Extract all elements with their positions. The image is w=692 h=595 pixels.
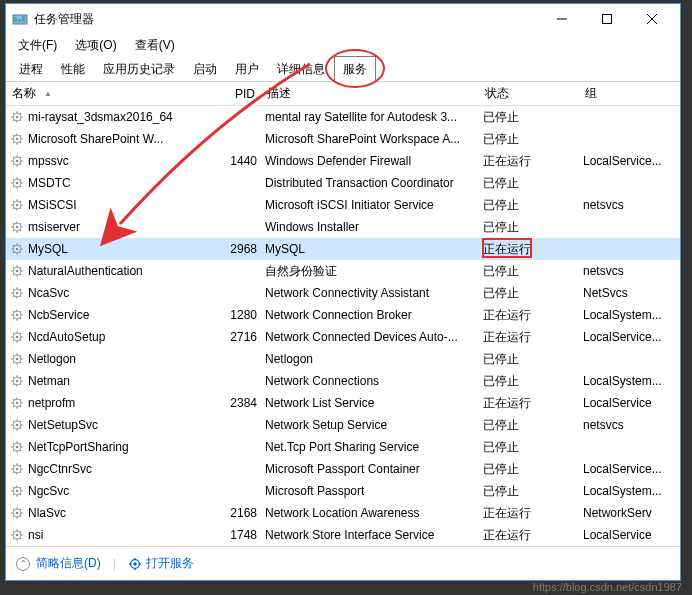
svg-line-204 (13, 531, 14, 532)
svg-line-14 (13, 113, 14, 114)
svg-line-134 (13, 377, 14, 378)
col-header-name[interactable]: 名称▲ (6, 85, 211, 102)
table-row[interactable]: NetlogonNetlogon已停止 (6, 348, 680, 370)
svg-line-16 (20, 113, 21, 114)
table-row[interactable]: mi-raysat_3dsmax2016_64mental ray Satell… (6, 106, 680, 128)
svg-line-167 (13, 450, 14, 451)
table-row[interactable]: msiserverWindows Installer已停止 (6, 216, 680, 238)
svg-line-97 (13, 296, 14, 297)
col-header-desc[interactable]: 描述 (261, 85, 479, 102)
svg-line-154 (13, 421, 14, 422)
svg-line-104 (13, 311, 14, 312)
table-row[interactable]: NetSetupSvcNetwork Setup Service已停止netsv… (6, 414, 680, 436)
svg-line-76 (20, 245, 21, 246)
cell-status: 正在运行 (479, 307, 579, 324)
svg-point-199 (16, 534, 19, 537)
svg-line-65 (20, 230, 21, 231)
svg-line-147 (13, 406, 14, 407)
cell-desc: Microsoft iSCSI Initiator Service (261, 198, 479, 212)
tab-users[interactable]: 用户 (226, 56, 268, 82)
svg-line-77 (13, 252, 14, 253)
cell-name: MSiSCSI (6, 198, 211, 212)
menu-file[interactable]: 文件(F) (14, 36, 61, 55)
cell-group: netsvcs (579, 418, 671, 432)
table-row[interactable]: NcaSvcNetwork Connectivity Assistant已停止N… (6, 282, 680, 304)
table-row[interactable]: NetTcpPortSharingNet.Tcp Port Sharing Se… (6, 436, 680, 458)
svg-line-34 (13, 157, 14, 158)
cell-desc: Network Connected Devices Auto-... (261, 330, 479, 344)
table-row[interactable]: NcbService1280Network Connection Broker正… (6, 304, 680, 326)
tab-details[interactable]: 详细信息 (268, 56, 334, 82)
menu-view[interactable]: 查看(V) (131, 36, 179, 55)
svg-line-106 (20, 311, 21, 312)
cell-group: LocalSystem... (579, 308, 671, 322)
col-header-group[interactable]: 组 (579, 85, 671, 102)
svg-line-184 (13, 487, 14, 488)
cell-name: NlaSvc (6, 506, 211, 520)
table-row[interactable]: NaturalAuthentication自然身份验证已停止netsvcs (6, 260, 680, 282)
gear-icon (128, 557, 142, 571)
tab-apphistory[interactable]: 应用历史记录 (94, 56, 184, 82)
table-row[interactable]: MSDTCDistributed Transaction Coordinator… (6, 172, 680, 194)
cell-status: 正在运行 (479, 241, 579, 258)
svg-line-25 (20, 142, 21, 143)
cell-desc: 自然身份验证 (261, 263, 479, 280)
cell-desc: Netlogon (261, 352, 479, 366)
col-header-pid[interactable]: PID (211, 87, 261, 101)
tab-performance[interactable]: 性能 (52, 56, 94, 82)
svg-line-66 (20, 223, 21, 224)
brief-info-link[interactable]: ⌃ 简略信息(D) (16, 555, 101, 572)
svg-point-179 (16, 490, 19, 493)
svg-rect-5 (602, 15, 611, 24)
svg-line-157 (13, 428, 14, 429)
cell-status: 正在运行 (479, 505, 579, 522)
tab-services[interactable]: 服务 (334, 56, 376, 82)
cell-pid: 2968 (211, 242, 261, 256)
minimize-button[interactable] (539, 5, 584, 33)
cell-status: 已停止 (479, 373, 579, 390)
table-header: 名称▲ PID 描述 状态 组 (6, 82, 680, 106)
cell-status: 已停止 (479, 417, 579, 434)
table-row[interactable]: Microsoft SharePoint W...Microsoft Share… (6, 128, 680, 150)
table-row[interactable]: nsi1748Network Store Interface Service正在… (6, 524, 680, 546)
close-button[interactable] (629, 5, 674, 33)
table-row[interactable]: NlaSvc2168Network Location Awareness正在运行… (6, 502, 680, 524)
table-row[interactable]: NetmanNetwork Connections已停止LocalSystem.… (6, 370, 680, 392)
cell-name: mpssvc (6, 154, 211, 168)
menubar: 文件(F) 选项(O) 查看(V) (6, 34, 680, 56)
table-row[interactable]: MySQL2968MySQL正在运行 (6, 238, 680, 260)
cell-group: LocalService... (579, 330, 671, 344)
table-row[interactable]: mpssvc1440Windows Defender Firewall正在运行L… (6, 150, 680, 172)
cell-status: 已停止 (479, 461, 579, 478)
svg-point-9 (16, 116, 19, 119)
table-row[interactable]: MSiSCSIMicrosoft iSCSI Initiator Service… (6, 194, 680, 216)
menu-options[interactable]: 选项(O) (71, 36, 120, 55)
cell-group: NetworkServ (579, 506, 671, 520)
cell-name: NgcCtnrSvc (6, 462, 211, 476)
svg-line-74 (13, 245, 14, 246)
svg-line-36 (20, 157, 21, 158)
svg-line-86 (20, 267, 21, 268)
maximize-button[interactable] (584, 5, 629, 33)
svg-line-126 (20, 355, 21, 356)
cell-desc: Microsoft Passport Container (261, 462, 479, 476)
tab-processes[interactable]: 进程 (10, 56, 52, 82)
footer: ⌃ 简略信息(D) | 打开服务 (6, 546, 680, 580)
cell-group: netsvcs (579, 264, 671, 278)
table-row[interactable]: netprofm2384Network List Service正在运行Loca… (6, 392, 680, 414)
svg-line-15 (20, 120, 21, 121)
svg-line-124 (13, 355, 14, 356)
cell-status: 正在运行 (479, 395, 579, 412)
cell-pid: 1440 (211, 154, 261, 168)
col-header-status[interactable]: 状态 (479, 85, 579, 102)
svg-point-139 (16, 402, 19, 405)
svg-line-17 (13, 120, 14, 121)
tab-startup[interactable]: 启动 (184, 56, 226, 82)
table-row[interactable]: NgcCtnrSvcMicrosoft Passport Container已停… (6, 458, 680, 480)
svg-line-177 (13, 472, 14, 473)
svg-line-117 (13, 340, 14, 341)
table-row[interactable]: NgcSvcMicrosoft Passport已停止LocalSystem..… (6, 480, 680, 502)
open-services-link[interactable]: 打开服务 (128, 555, 194, 572)
table-row[interactable]: NcdAutoSetup2716Network Connected Device… (6, 326, 680, 348)
task-manager-window: 任务管理器 文件(F) 选项(O) 查看(V) 进程 性能 应用历史记录 启动 … (5, 3, 681, 581)
